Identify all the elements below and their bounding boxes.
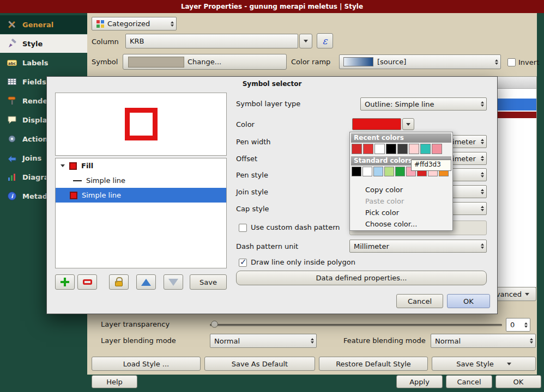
draw-inside-polygon-checkbox[interactable] (239, 259, 247, 267)
menu-item-choose-color[interactable]: Choose color... (350, 218, 452, 230)
combo-spin-arrows (481, 101, 484, 107)
column-dropdown-button[interactable] (299, 34, 312, 48)
invert-checkbox[interactable] (507, 58, 516, 66)
layer-blending-combo[interactable]: Normal (210, 334, 317, 348)
sidebar-item-label: Labels (22, 59, 48, 67)
recent-color-swatch-3[interactable] (386, 144, 396, 154)
window-titlebar[interactable]: Layer Properties - gunung merapi meletus… (0, 0, 544, 13)
recent-color-swatch-6[interactable] (420, 144, 431, 154)
expression-builder-button[interactable]: ε (317, 33, 333, 48)
recent-color-swatch-2[interactable] (374, 144, 385, 154)
symbol-layer-type-combo[interactable]: Outline: Simple line (360, 97, 487, 111)
bar-chart-icon (7, 172, 17, 182)
remove-symbol-layer-button[interactable] (77, 274, 97, 290)
ok-button[interactable]: OK (495, 375, 541, 388)
standard-color-swatch-0[interactable] (352, 167, 361, 176)
sidebar-item-general[interactable]: General (0, 15, 87, 34)
layer-transparency-slider[interactable] (210, 321, 502, 329)
combo-spin-arrows (481, 172, 484, 177)
tree-label: Fill (81, 162, 93, 170)
recent-color-swatch-0[interactable] (352, 144, 362, 154)
menu-item-paste-color: Paste color (350, 195, 452, 207)
column-combo[interactable]: KRB (125, 34, 298, 48)
column-value: KRB (130, 37, 295, 45)
data-defined-properties-button[interactable]: Data defined properties... (236, 271, 487, 285)
feature-blending-value: Normal (435, 337, 528, 345)
categorized-icon (96, 20, 105, 28)
color-ramp-combo[interactable]: [source] (339, 54, 501, 69)
save-symbol-button[interactable]: Save (190, 274, 227, 290)
spinbox-arrows[interactable] (524, 322, 528, 328)
combo-spin-arrows (481, 139, 484, 144)
dialog-ok-button[interactable]: OK (447, 294, 490, 308)
tree-row-simple-line[interactable]: Simple line (56, 173, 226, 188)
sidebar-item-labels[interactable]: abcLabels (0, 53, 87, 72)
color-button[interactable] (352, 118, 401, 130)
tree-row-fill[interactable]: Fill (56, 158, 226, 173)
draw-inside-polygon-label: Draw line only inside polygon (251, 258, 355, 266)
transparency-spinbox[interactable]: 0 (506, 318, 530, 332)
symbol-layers-tree: Fill Simple line Simple line (55, 158, 227, 268)
move-down-button[interactable] (164, 274, 183, 290)
dash-pattern-unit-combo[interactable]: Millimeter (349, 240, 487, 253)
standard-color-swatch-4[interactable] (395, 167, 405, 176)
menu-item-copy-color[interactable]: Copy color (350, 184, 452, 195)
feature-blending-combo[interactable]: Normal (431, 334, 536, 348)
abc-label-icon: abc (7, 58, 17, 68)
layer-blending-label: Layer blending mode (101, 336, 176, 345)
dialog-title: Symbol selector (47, 80, 497, 88)
add-symbol-layer-button[interactable] (55, 274, 75, 290)
pen-width-label: Pen width (236, 138, 271, 146)
color-dropdown-button[interactable] (402, 118, 414, 130)
classes-table-fragment (498, 76, 537, 287)
color-label: Color (236, 120, 255, 128)
expander-icon[interactable] (61, 164, 65, 167)
slider-handle[interactable] (211, 321, 218, 328)
minus-icon (83, 279, 92, 285)
renderer-combo[interactable]: Categorized (92, 17, 177, 30)
apply-button[interactable]: Apply (396, 375, 443, 388)
move-up-button[interactable] (136, 274, 156, 290)
dialog-cancel-button[interactable]: Cancel (396, 294, 443, 308)
classes-selected-row-fragment[interactable] (498, 99, 536, 111)
symbol-preview-swatch (128, 57, 184, 68)
save-as-default-button[interactable]: Save As Default (204, 357, 315, 371)
recent-color-swatch-7[interactable] (432, 144, 442, 154)
lock-icon (115, 281, 123, 286)
renderer-value: Categorized (107, 20, 168, 28)
symbol-change-button[interactable]: Change... (123, 54, 287, 70)
save-style-button[interactable]: Save Style (432, 357, 536, 371)
standard-color-swatch-3[interactable] (384, 167, 394, 176)
load-style-button[interactable]: Load Style ... (92, 357, 201, 371)
recent-color-swatch-5[interactable] (409, 144, 419, 154)
standard-color-swatch-1[interactable] (362, 167, 372, 176)
invert-label: Invert (518, 58, 539, 66)
color-hex-tooltip: #ffd3d3 (411, 160, 451, 171)
change-button-label: Change... (188, 58, 221, 66)
combo-spin-arrows (171, 21, 174, 27)
lock-layer-button[interactable] (109, 274, 129, 290)
chevron-down-icon (507, 363, 511, 365)
info-icon: i (7, 191, 17, 201)
tree-label: Simple line (86, 176, 125, 185)
slider-track (210, 324, 502, 326)
svg-text:abc: abc (8, 62, 16, 66)
menu-item-pick-color[interactable]: Pick color (350, 207, 452, 218)
qgis-window: Layer Properties - gunung merapi meletus… (0, 0, 544, 392)
recent-color-swatch-4[interactable] (397, 144, 408, 154)
standard-color-swatch-2[interactable] (373, 167, 383, 176)
sidebar-item-label: General (22, 21, 53, 29)
recent-colors-row (350, 143, 452, 155)
restore-default-style-button[interactable]: Restore Default Style (319, 357, 428, 371)
recent-colors-header: Recent colors (351, 133, 451, 143)
help-button[interactable]: Help (92, 375, 137, 388)
symbol-layer-type-label: Symbol layer type (236, 100, 300, 108)
column-label: Column (92, 38, 119, 46)
use-custom-dash-checkbox[interactable] (239, 224, 247, 232)
tree-row-simple-line-selected[interactable]: Simple line (56, 188, 226, 203)
sidebar-item-style[interactable]: Style (0, 34, 87, 53)
cancel-button[interactable]: Cancel (446, 375, 492, 388)
line-symbol-icon (73, 180, 82, 181)
recent-color-swatch-1[interactable] (363, 144, 373, 154)
save-style-label: Save Style (456, 360, 494, 368)
